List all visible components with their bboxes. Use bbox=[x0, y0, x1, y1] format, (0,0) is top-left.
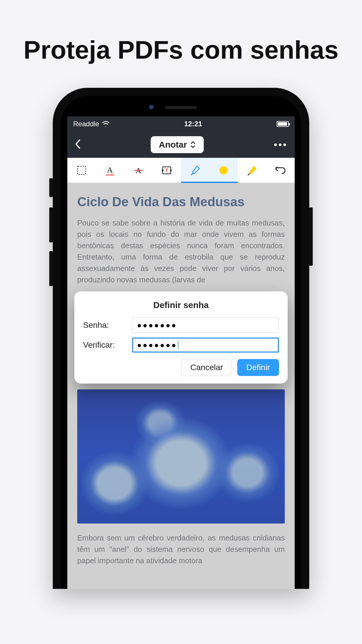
verify-input[interactable]: ●●●●●●● bbox=[132, 337, 279, 353]
nav-bar: Anotar ••• bbox=[67, 132, 295, 158]
confirm-button[interactable]: Definir bbox=[237, 359, 279, 376]
power-button bbox=[309, 207, 313, 266]
volume-down bbox=[49, 251, 53, 286]
tool-highlighter[interactable] bbox=[181, 158, 210, 183]
modal-title: Definir senha bbox=[83, 300, 279, 310]
chevron-up-down-icon bbox=[190, 141, 196, 148]
phone-frame: Readdle 12:21 bbox=[53, 88, 309, 589]
mute-switch bbox=[49, 178, 53, 197]
cancel-button[interactable]: Cancelar bbox=[181, 359, 232, 376]
carrier-label: Readdle bbox=[73, 120, 99, 128]
status-bar: Readdle 12:21 bbox=[67, 116, 295, 132]
password-label: Senha: bbox=[83, 321, 127, 330]
svg-text:T: T bbox=[165, 168, 168, 173]
speaker-grille bbox=[165, 106, 197, 109]
volume-up bbox=[49, 207, 53, 242]
more-button[interactable]: ••• bbox=[274, 139, 288, 150]
mode-label: Anotar bbox=[159, 140, 187, 150]
tool-undo[interactable] bbox=[266, 158, 295, 183]
svg-text:A: A bbox=[107, 165, 113, 174]
document-viewport[interactable]: Ciclo De Vida Das Medusas Pouco se sabe … bbox=[67, 183, 295, 589]
text-caret bbox=[178, 341, 178, 349]
annotation-toolbar: A A T bbox=[67, 158, 295, 183]
screen: Readdle 12:21 bbox=[67, 116, 295, 589]
battery-icon bbox=[277, 121, 289, 127]
tool-select-box[interactable] bbox=[67, 158, 96, 183]
tool-strikethrough[interactable]: A bbox=[124, 158, 153, 183]
wifi-icon bbox=[102, 121, 110, 127]
svg-point-7 bbox=[170, 169, 172, 171]
password-input[interactable]: ●●●●●●● bbox=[132, 318, 279, 333]
clock: 12:21 bbox=[184, 120, 202, 128]
front-camera bbox=[149, 105, 154, 110]
marketing-title: Proteja PDFs com senhas bbox=[0, 0, 362, 82]
modal-backdrop bbox=[67, 183, 295, 589]
tool-underline[interactable]: A bbox=[96, 158, 124, 183]
svg-point-9 bbox=[219, 166, 228, 174]
svg-rect-0 bbox=[78, 166, 86, 174]
verify-label: Verificar: bbox=[83, 340, 127, 350]
password-value: ●●●●●●● bbox=[137, 321, 177, 330]
tool-marker[interactable] bbox=[238, 158, 266, 183]
mode-selector[interactable]: Anotar bbox=[151, 136, 204, 153]
back-button[interactable] bbox=[74, 139, 81, 150]
verify-value: ●●●●●●● bbox=[137, 341, 177, 350]
tool-textbox[interactable]: T bbox=[153, 158, 181, 183]
tool-color[interactable] bbox=[210, 158, 238, 183]
set-password-modal: Definir senha Senha: ●●●●●●● Verificar: … bbox=[74, 291, 288, 384]
svg-point-6 bbox=[162, 169, 164, 171]
